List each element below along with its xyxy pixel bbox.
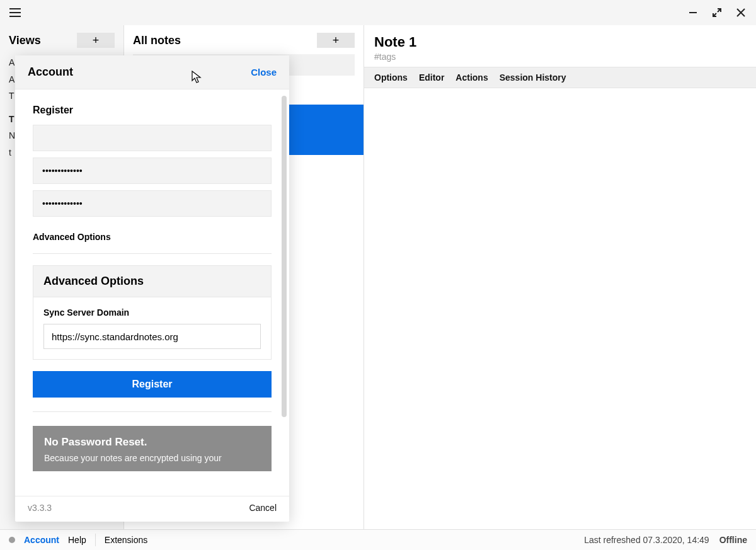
statusbar: Account Help Extensions Last refreshed 0… bbox=[0, 529, 756, 550]
statusbar-account[interactable]: Account bbox=[24, 535, 59, 545]
email-field[interactable] bbox=[33, 125, 272, 151]
no-password-reset-title: No Password Reset. bbox=[44, 436, 260, 449]
note-tags[interactable]: #tags bbox=[374, 52, 746, 62]
editor-tabs: Options Editor Actions Session History bbox=[364, 67, 756, 88]
add-note-button[interactable]: + bbox=[317, 33, 355, 48]
status-offline: Offline bbox=[719, 535, 747, 545]
add-view-button[interactable]: + bbox=[77, 33, 115, 48]
sync-server-input[interactable] bbox=[43, 324, 261, 349]
statusbar-help[interactable]: Help bbox=[68, 535, 86, 545]
divider bbox=[33, 411, 272, 412]
register-button[interactable]: Register bbox=[33, 371, 272, 398]
status-dot-icon bbox=[9, 537, 15, 543]
close-button[interactable]: Close bbox=[251, 67, 277, 77]
notes-title: All notes bbox=[133, 34, 181, 47]
close-icon[interactable] bbox=[733, 5, 748, 20]
tab-session-history[interactable]: Session History bbox=[500, 72, 566, 83]
editor-header: Note 1 #tags bbox=[364, 25, 756, 67]
hamburger-icon[interactable] bbox=[8, 5, 23, 20]
minimize-icon[interactable] bbox=[685, 5, 701, 20]
advanced-options-box: Advanced Options Sync Server Domain bbox=[33, 265, 272, 360]
tab-options[interactable]: Options bbox=[374, 72, 408, 83]
scrollbar-thumb[interactable] bbox=[282, 96, 287, 417]
no-password-reset-text: Because your notes are encrypted using y… bbox=[44, 452, 260, 465]
editor-body[interactable] bbox=[364, 88, 756, 529]
views-header: Views + bbox=[0, 25, 123, 54]
popup-title: Account bbox=[28, 66, 73, 79]
register-heading: Register bbox=[33, 105, 272, 116]
editor-panel: Note 1 #tags Options Editor Actions Sess… bbox=[364, 25, 756, 529]
account-popup: Account Close Register Advanced Options … bbox=[15, 55, 289, 522]
popup-body: Register Advanced Options Advanced Optio… bbox=[15, 89, 289, 496]
note-title[interactable]: Note 1 bbox=[374, 34, 746, 50]
tab-editor[interactable]: Editor bbox=[419, 72, 444, 83]
divider bbox=[95, 534, 96, 546]
maximize-icon[interactable] bbox=[709, 5, 724, 20]
no-password-reset-box: No Password Reset. Because your notes ar… bbox=[33, 426, 272, 471]
notes-header: All notes + bbox=[124, 25, 364, 54]
popup-header: Account Close bbox=[15, 55, 289, 89]
advanced-options-title: Advanced Options bbox=[33, 266, 271, 297]
titlebar bbox=[0, 0, 756, 25]
views-title: Views bbox=[9, 34, 41, 47]
popup-footer: v3.3.3 Cancel bbox=[15, 496, 289, 522]
password-field[interactable] bbox=[33, 158, 272, 184]
statusbar-extensions[interactable]: Extensions bbox=[105, 535, 147, 545]
confirm-password-field[interactable] bbox=[33, 190, 272, 217]
version-label: v3.3.3 bbox=[28, 503, 52, 513]
last-refreshed: Last refreshed 07.3.2020, 14:49 bbox=[584, 535, 709, 545]
sync-server-label: Sync Server Domain bbox=[43, 307, 261, 318]
cancel-button[interactable]: Cancel bbox=[249, 503, 277, 513]
advanced-options-link[interactable]: Advanced Options bbox=[33, 232, 272, 242]
divider bbox=[33, 253, 272, 254]
tab-actions[interactable]: Actions bbox=[455, 72, 488, 83]
